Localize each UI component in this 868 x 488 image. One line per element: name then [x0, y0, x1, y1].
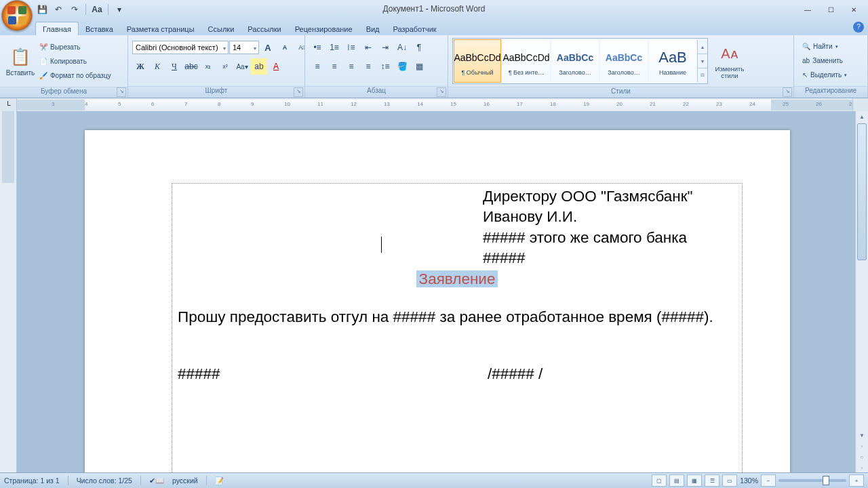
format-painter-button[interactable]: 🖌️Формат по образцу — [38, 68, 113, 82]
browse-object-button[interactable]: ○ — [856, 451, 868, 462]
qat-customize-button[interactable]: ▾ — [113, 3, 126, 16]
replace-button[interactable]: abЗаменить — [801, 54, 848, 68]
change-styles-button[interactable]: Aᴀ Изменить стили — [709, 37, 750, 85]
ribbon-tab-strip: Главная Вставка Разметка страницы Ссылки… — [0, 19, 868, 35]
undo-button[interactable]: ↶ — [52, 3, 65, 16]
signature-row: ##### /##### / — [178, 364, 736, 384]
page[interactable]: Директору ООО "Газмясбанк" Иванову И.И. … — [85, 130, 790, 473]
status-words[interactable]: Число слов: 1/25 — [77, 476, 132, 485]
tab-mailings[interactable]: Рассылки — [241, 22, 288, 35]
zoom-knob[interactable] — [823, 476, 829, 485]
ribbon: 📋 Вставить ✂️Вырезать 📄Копировать 🖌️Форм… — [0, 35, 868, 98]
vertical-ruler[interactable] — [0, 111, 17, 473]
qat-separator — [108, 4, 108, 15]
bullets-button[interactable]: •≡ — [309, 39, 326, 56]
copy-button[interactable]: 📄Копировать — [38, 54, 113, 68]
document-scroll[interactable]: Директору ООО "Газмясбанк" Иванову И.И. … — [17, 111, 855, 473]
underline-button[interactable]: Ч — [166, 58, 182, 75]
clipboard-launcher[interactable]: ↘ — [117, 87, 126, 97]
paragraph-launcher[interactable]: ↘ — [437, 87, 446, 97]
indent-increase-button[interactable]: ⇥ — [377, 39, 393, 56]
redo-button[interactable]: ↷ — [68, 3, 81, 16]
next-page-button[interactable]: ◦ — [856, 462, 868, 473]
sort-button[interactable]: A↓ — [394, 39, 410, 56]
shrink-font-button[interactable]: A — [277, 39, 293, 56]
font-launcher[interactable]: ↘ — [294, 87, 303, 97]
superscript-button[interactable]: x² — [217, 58, 233, 75]
page-content[interactable]: Директору ООО "Газмясбанк" Иванову И.И. … — [172, 183, 743, 473]
close-button[interactable]: ✕ — [842, 3, 865, 16]
tab-view[interactable]: Вид — [359, 22, 387, 35]
highlight-button[interactable]: ab — [251, 58, 267, 75]
track-changes-icon[interactable]: 📝 — [215, 476, 224, 485]
group-label-styles: Стили↘ — [448, 87, 793, 98]
spellcheck-icon[interactable]: ✔📖 — [149, 476, 164, 485]
zoom-in-button[interactable]: + — [849, 474, 864, 487]
font-color-button[interactable]: A — [268, 58, 284, 75]
tab-developer[interactable]: Разработчик — [387, 22, 443, 35]
indent-decrease-button[interactable]: ⇤ — [360, 39, 376, 56]
change-case-button[interactable]: Aa▾ — [234, 58, 250, 75]
numbering-button[interactable]: 1≡ — [326, 39, 342, 56]
shading-button[interactable]: 🪣 — [394, 58, 410, 75]
prev-page-button[interactable]: ◦ — [856, 441, 868, 451]
font-dialog-button[interactable]: Aa — [90, 3, 104, 16]
address-line-2: Иванову И.И. — [483, 207, 736, 227]
group-label-editing: Редактирование — [794, 86, 867, 98]
tab-home[interactable]: Главная — [35, 22, 79, 35]
zoom-level[interactable]: 130% — [740, 476, 758, 485]
find-button[interactable]: 🔍Найти ▾ — [801, 40, 848, 54]
status-language[interactable]: русский — [172, 476, 198, 485]
qat-separator — [85, 4, 86, 15]
grow-font-button[interactable]: A — [260, 39, 276, 56]
style-heading1[interactable]: AaBbCcЗаголово… — [551, 39, 599, 83]
print-layout-view[interactable]: ▢ — [652, 474, 667, 487]
show-marks-button[interactable]: ¶ — [411, 39, 427, 56]
save-button[interactable]: 💾 — [35, 3, 49, 16]
styles-launcher[interactable]: ↘ — [783, 87, 792, 97]
styles-gallery[interactable]: AaBbCcDd¶ Обычный AaBbCcDd¶ Без инте… Aa… — [452, 38, 708, 84]
tab-references[interactable]: Ссылки — [201, 22, 241, 35]
borders-button[interactable]: ▦ — [411, 58, 427, 75]
horizontal-ruler[interactable]: 3456789101112131415161718192021222324252… — [17, 100, 852, 110]
cut-button[interactable]: ✂️Вырезать — [38, 40, 113, 54]
align-justify-button[interactable]: ≡ — [360, 58, 376, 75]
status-page[interactable]: Страница: 1 из 1 — [4, 476, 60, 485]
align-left-button[interactable]: ≡ — [309, 58, 326, 75]
style-title[interactable]: AaBНазвание — [649, 39, 696, 83]
outline-view[interactable]: ☰ — [705, 474, 719, 487]
italic-button[interactable]: К — [149, 58, 165, 75]
multilevel-button[interactable]: ⁞≡ — [343, 39, 359, 56]
zoom-slider[interactable] — [778, 479, 846, 482]
tab-insert[interactable]: Вставка — [79, 22, 120, 35]
font-size-dropdown[interactable]: 14 — [229, 41, 259, 54]
style-heading2[interactable]: AaBbCcЗаголово… — [600, 39, 648, 83]
scroll-down-button[interactable]: ▼ — [856, 430, 868, 441]
scrollbar-thumb[interactable] — [857, 123, 867, 260]
font-name-dropdown[interactable]: Calibri (Основной текст) — [132, 41, 229, 54]
scroll-up-button[interactable]: ▲ — [856, 111, 868, 122]
style-no-spacing[interactable]: AaBbCcDd¶ Без инте… — [502, 39, 550, 83]
fullscreen-view[interactable]: ▤ — [669, 474, 684, 487]
tab-layout[interactable]: Разметка страницы — [120, 22, 201, 35]
paste-button[interactable]: 📋 Вставить — [4, 37, 37, 85]
maximize-button[interactable]: ☐ — [819, 3, 842, 16]
line-spacing-button[interactable]: ↕≡ — [377, 58, 393, 75]
tab-review[interactable]: Рецензирование — [288, 22, 359, 35]
minimize-button[interactable]: — — [796, 3, 819, 16]
bold-button[interactable]: Ж — [132, 58, 149, 75]
strike-button[interactable]: abc — [183, 58, 199, 75]
office-button[interactable] — [1, 0, 33, 31]
style-normal[interactable]: AaBbCcDd¶ Обычный — [454, 39, 501, 83]
vertical-scrollbar[interactable]: ▲ ▼ ◦ ○ ◦ — [855, 111, 868, 473]
web-view[interactable]: ▦ — [687, 474, 702, 487]
help-button[interactable]: ? — [853, 22, 864, 33]
styles-scroll[interactable]: ▲▼⊟ — [697, 40, 707, 82]
draft-view[interactable]: ▭ — [722, 474, 737, 487]
zoom-out-button[interactable]: − — [761, 474, 776, 487]
tab-selector[interactable]: └ — [0, 98, 17, 112]
select-button[interactable]: ↖Выделить ▾ — [801, 68, 848, 82]
align-right-button[interactable]: ≡ — [343, 58, 359, 75]
align-center-button[interactable]: ≡ — [326, 58, 342, 75]
subscript-button[interactable]: x₂ — [200, 58, 216, 75]
